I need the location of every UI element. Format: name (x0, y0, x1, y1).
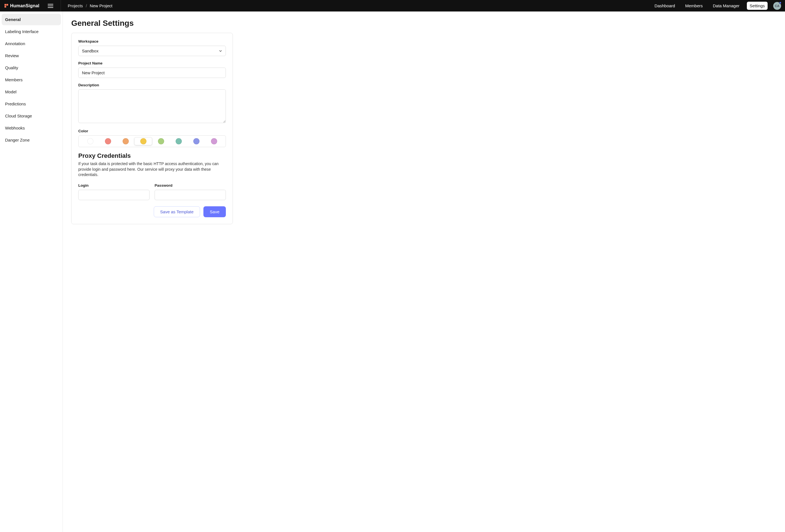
proxy-fields: Login Password (78, 183, 226, 200)
nav-settings[interactable]: Settings (747, 2, 768, 10)
breadcrumb-root[interactable]: Projects (68, 3, 83, 8)
nav-members[interactable]: Members (682, 2, 706, 10)
workspace-select[interactable]: Sandbox (78, 46, 226, 56)
breadcrumb: Projects / New Project (68, 3, 112, 8)
password-field: Password (155, 183, 226, 200)
avatar-initials: CA (775, 4, 779, 7)
vertical-separator (60, 0, 61, 11)
color-swatch-7[interactable] (205, 137, 223, 145)
breadcrumb-current: New Project (90, 3, 112, 8)
color-swatch-3-dot (140, 138, 147, 144)
color-swatch-1-dot (105, 138, 111, 144)
login-input[interactable] (78, 190, 150, 200)
color-swatch-7-dot (211, 138, 217, 144)
password-input[interactable] (155, 190, 226, 200)
color-swatch-2-dot (123, 138, 129, 144)
description-field: Description (78, 83, 226, 124)
color-swatch-6[interactable] (187, 137, 205, 145)
nav-data-manager[interactable]: Data Manager (710, 2, 742, 10)
color-swatch-2[interactable] (117, 137, 134, 145)
button-row: Save as Template Save (78, 206, 226, 217)
brand-logo-icon (4, 4, 8, 8)
description-input[interactable] (78, 89, 226, 123)
brand-name: HumanSignal (10, 3, 39, 8)
notification-dot-icon (779, 2, 781, 4)
sidebar: General Labeling Interface Annotation Re… (0, 11, 63, 532)
avatar[interactable]: CA (773, 2, 781, 10)
sidebar-item-labeling-interface[interactable]: Labeling Interface (2, 26, 61, 37)
workspace-field: Workspace Sandbox (78, 39, 226, 56)
color-field: Color (78, 129, 226, 147)
sidebar-item-predictions[interactable]: Predictions (2, 98, 61, 110)
color-label: Color (78, 129, 226, 133)
sidebar-item-members[interactable]: Members (2, 74, 61, 85)
page-title: General Settings (71, 19, 777, 28)
color-swatch-5[interactable] (170, 137, 187, 145)
login-label: Login (78, 183, 150, 188)
project-name-label: Project Name (78, 61, 226, 65)
save-button[interactable]: Save (203, 206, 226, 217)
sidebar-item-danger-zone[interactable]: Danger Zone (2, 134, 61, 146)
description-label: Description (78, 83, 226, 87)
project-name-field: Project Name (78, 61, 226, 78)
nav-dashboard[interactable]: Dashboard (652, 2, 678, 10)
breadcrumb-sep: / (86, 3, 87, 8)
topbar: HumanSignal Projects / New Project Dashb… (0, 0, 785, 11)
sidebar-item-review[interactable]: Review (2, 50, 61, 61)
sidebar-item-cloud-storage[interactable]: Cloud Storage (2, 110, 61, 122)
settings-card: Workspace Sandbox Project Name Descripti… (71, 33, 233, 224)
proxy-desc: If your task data is protected with the … (78, 161, 226, 178)
top-nav: Dashboard Members Data Manager Settings … (652, 2, 781, 10)
workspace-label: Workspace (78, 39, 226, 44)
color-swatch-4-dot (158, 138, 164, 144)
color-swatch-1[interactable] (99, 137, 117, 145)
color-swatch-6-dot (193, 138, 200, 144)
sidebar-item-general[interactable]: General (2, 14, 61, 25)
sidebar-item-quality[interactable]: Quality (2, 62, 61, 74)
menu-toggle-icon[interactable] (48, 4, 53, 8)
body: General Labeling Interface Annotation Re… (0, 11, 785, 532)
proxy-title: Proxy Credentials (78, 152, 226, 159)
color-swatch-5-dot (176, 138, 182, 144)
sidebar-item-model[interactable]: Model (2, 86, 61, 98)
color-row (78, 135, 226, 147)
color-swatch-3[interactable] (134, 137, 152, 145)
login-field: Login (78, 183, 150, 200)
main: General Settings Workspace Sandbox Proje… (63, 11, 785, 532)
color-swatch-0[interactable] (81, 137, 99, 145)
color-swatch-4[interactable] (152, 137, 170, 145)
sidebar-item-webhooks[interactable]: Webhooks (2, 122, 61, 134)
color-swatch-0-dot (87, 138, 94, 144)
password-label: Password (155, 183, 226, 188)
save-as-template-button[interactable]: Save as Template (154, 206, 200, 217)
sidebar-item-annotation[interactable]: Annotation (2, 38, 61, 49)
brand[interactable]: HumanSignal (4, 3, 39, 8)
project-name-input[interactable] (78, 68, 226, 78)
